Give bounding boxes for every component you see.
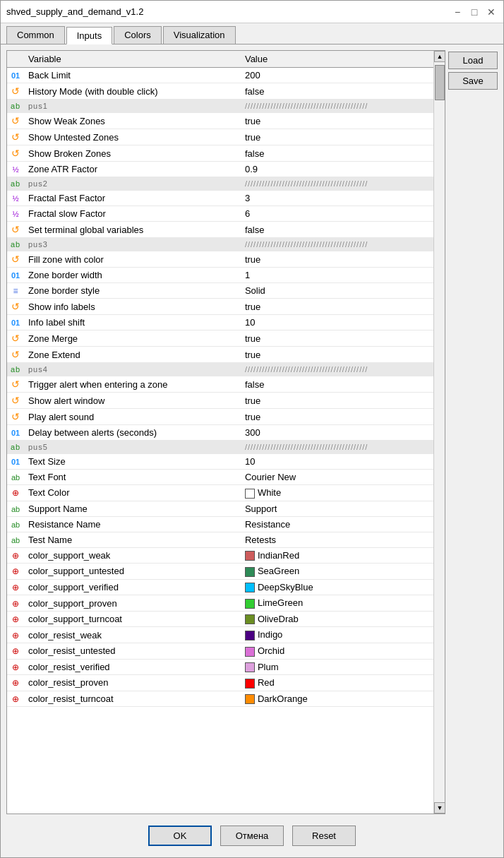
table-row[interactable]: ↺ Zone Merge true	[7, 330, 433, 347]
row-value[interactable]: Retests	[241, 532, 433, 547]
close-button[interactable]: ✕	[485, 6, 498, 18]
row-value[interactable]: false	[241, 222, 433, 238]
row-value[interactable]: 10	[241, 454, 433, 470]
table-row[interactable]: ↺ Trigger alert when entering a zone fal…	[7, 376, 433, 393]
table-row[interactable]: ½ Zone ATR Factor 0.9	[7, 162, 433, 177]
row-value[interactable]: true	[241, 330, 433, 347]
row-value[interactable]: 6	[241, 206, 433, 222]
row-value[interactable]: 0.9	[241, 162, 433, 177]
table-row[interactable]: ab pus1 ////////////////////////////////…	[7, 100, 433, 113]
row-value[interactable]: true	[241, 393, 433, 409]
scroll-up-button[interactable]: ▲	[434, 51, 445, 62]
row-value[interactable]: White	[241, 485, 433, 501]
row-value[interactable]: true	[241, 129, 433, 145]
row-value[interactable]: 300	[241, 425, 433, 441]
table-row[interactable]: ↺ Show Broken Zones false	[7, 145, 433, 162]
table-row[interactable]: 01 Back Limit 200	[7, 68, 433, 83]
table-row[interactable]: ⊕ color_support_verified DeepSkyBlue	[7, 579, 433, 595]
scroll-down-button[interactable]: ▼	[434, 802, 445, 814]
row-name: Text Color	[24, 485, 241, 501]
table-row[interactable]: 01 Info label shift 10	[7, 315, 433, 330]
row-value[interactable]: DarkOrange	[241, 691, 433, 707]
table-row[interactable]: ⊕ color_support_turncoat OliveDrab	[7, 611, 433, 627]
row-value[interactable]: Plum	[241, 659, 433, 675]
table-scroll-area[interactable]: Variable Value 01 Back Limit 200 ↺ Histo…	[7, 51, 433, 814]
row-value[interactable]: Resistance	[241, 516, 433, 532]
table-row[interactable]: ↺ Play alert sound true	[7, 409, 433, 425]
row-value[interactable]: true	[241, 299, 433, 315]
table-row[interactable]: ab Support Name Support	[7, 501, 433, 516]
row-value[interactable]: Courier New	[241, 470, 433, 485]
tab-common[interactable]: Common	[6, 26, 65, 44]
table-row[interactable]: 01 Text Size 10	[7, 454, 433, 470]
row-value[interactable]: Indigo	[241, 627, 433, 643]
table-row[interactable]: ↺ Show Weak Zones true	[7, 113, 433, 129]
table-row[interactable]: ↺ History Mode (with double click) false	[7, 83, 433, 100]
row-value: ////////////////////////////////////////…	[241, 363, 433, 376]
tab-colors[interactable]: Colors	[114, 26, 162, 44]
row-value[interactable]: 1	[241, 268, 433, 283]
row-value[interactable]: Support	[241, 501, 433, 516]
tab-inputs[interactable]: Inputs	[66, 27, 112, 44]
row-value[interactable]: Orchid	[241, 643, 433, 659]
table-row[interactable]: ½ Fractal slow Factor 6	[7, 206, 433, 222]
table-row[interactable]: ab Text Font Courier New	[7, 470, 433, 485]
table-row[interactable]: ⊕ color_support_weak IndianRed	[7, 547, 433, 564]
row-value[interactable]: true	[241, 113, 433, 129]
row-value[interactable]: 10	[241, 315, 433, 330]
row-value[interactable]: IndianRed	[241, 547, 433, 564]
table-row[interactable]: ↺ Fill zone with color true	[7, 251, 433, 268]
scroll-thumb[interactable]	[435, 65, 445, 100]
row-value[interactable]: false	[241, 376, 433, 393]
row-value[interactable]: 200	[241, 68, 433, 83]
variables-table: Variable Value 01 Back Limit 200 ↺ Histo…	[7, 51, 433, 707]
table-row[interactable]: ⊕ color_resist_verified Plum	[7, 659, 433, 675]
table-row[interactable]: ab pus4 ////////////////////////////////…	[7, 363, 433, 376]
table-row[interactable]: ab Resistance Name Resistance	[7, 516, 433, 532]
maximize-button[interactable]: □	[468, 6, 481, 18]
row-value[interactable]: false	[241, 145, 433, 162]
row-value[interactable]: Solid	[241, 283, 433, 299]
ok-button[interactable]: OK	[148, 826, 212, 846]
row-value[interactable]: Red	[241, 675, 433, 691]
table-row[interactable]: ↺ Set terminal global variables false	[7, 222, 433, 238]
scrollbar[interactable]: ▲ ▼	[433, 51, 445, 814]
table-row[interactable]: 01 Zone border width 1	[7, 268, 433, 283]
table-row[interactable]: ½ Fractal Fast Factor 3	[7, 191, 433, 206]
table-row[interactable]: ⊕ color_support_proven LimeGreen	[7, 595, 433, 612]
table-row[interactable]: ⊕ color_resist_proven Red	[7, 675, 433, 691]
table-row[interactable]: ⊕ color_resist_weak Indigo	[7, 627, 433, 643]
row-value[interactable]: true	[241, 409, 433, 425]
table-row[interactable]: ↺ Show Untested Zones true	[7, 129, 433, 145]
cancel-button[interactable]: Отмена	[220, 826, 284, 846]
table-row[interactable]: ⊕ color_support_untested SeaGreen	[7, 564, 433, 580]
table-row[interactable]: ⊕ Text Color White	[7, 485, 433, 501]
row-value[interactable]: SeaGreen	[241, 564, 433, 580]
table-row[interactable]: ⊕ color_resist_turncoat DarkOrange	[7, 691, 433, 707]
table-row[interactable]: ↺ Zone Extend true	[7, 347, 433, 363]
minimize-button[interactable]: −	[451, 6, 464, 18]
table-row[interactable]: ab pus2 ////////////////////////////////…	[7, 177, 433, 191]
table-row[interactable]: ↺ Show info labels true	[7, 299, 433, 315]
table-row[interactable]: ab Test Name Retests	[7, 532, 433, 547]
main-window: shved_supply_and_demand_v1.2 − □ ✕ Commo…	[0, 0, 504, 858]
table-row[interactable]: ↺ Show alert window true	[7, 393, 433, 409]
row-value[interactable]: false	[241, 83, 433, 100]
row-value[interactable]: OliveDrab	[241, 611, 433, 627]
row-icon: 01	[7, 268, 24, 283]
row-value[interactable]: 3	[241, 191, 433, 206]
tab-visualization[interactable]: Visualization	[163, 26, 236, 44]
table-row[interactable]: ≡ Zone border style Solid	[7, 283, 433, 299]
reset-button[interactable]: Reset	[292, 826, 356, 846]
save-button[interactable]: Save	[448, 72, 498, 90]
row-value[interactable]: LimeGreen	[241, 595, 433, 612]
row-value[interactable]: true	[241, 347, 433, 363]
table-row[interactable]: ab pus5 ////////////////////////////////…	[7, 441, 433, 454]
table-row[interactable]: ⊕ color_resist_untested Orchid	[7, 643, 433, 659]
load-button[interactable]: Load	[448, 52, 498, 69]
table-row[interactable]: 01 Delay between alerts (seconds) 300	[7, 425, 433, 441]
row-value[interactable]: DeepSkyBlue	[241, 579, 433, 595]
row-icon: ab	[7, 238, 24, 251]
row-value[interactable]: true	[241, 251, 433, 268]
table-row[interactable]: ab pus3 ////////////////////////////////…	[7, 238, 433, 251]
